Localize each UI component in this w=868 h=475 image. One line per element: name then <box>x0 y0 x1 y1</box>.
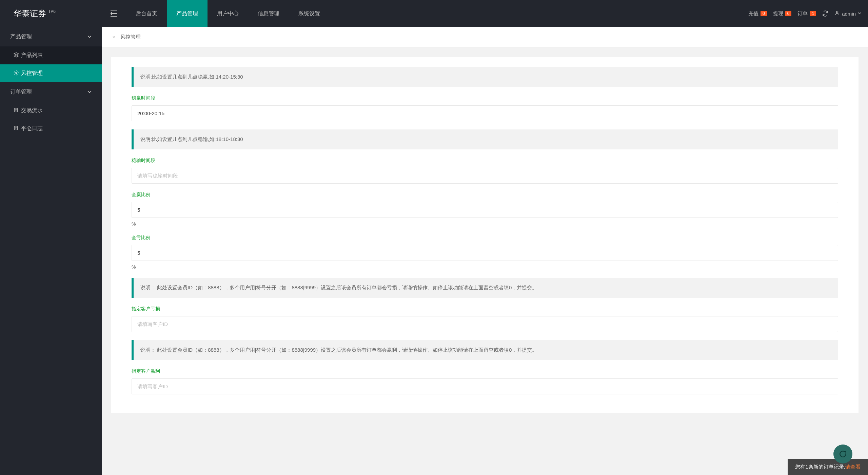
sidebar-item-product-list[interactable]: 产品列表 <box>0 46 102 64</box>
chevron-down-icon <box>858 11 861 16</box>
recharge-link[interactable]: 充值 0 <box>748 11 767 17</box>
recharge-badge: 0 <box>761 11 767 16</box>
top-nav: 后台首页 产品管理 用户中心 信息管理 系统设置 <box>126 0 330 27</box>
sidebar-collapse-icon[interactable] <box>102 11 126 17</box>
field-target-lose: 指定客户亏损 <box>132 306 838 332</box>
withdraw-badge: 0 <box>785 11 792 16</box>
note-lose-time: 说明:比如设置几点到几点稳输,如:18:10-18:30 <box>132 129 838 149</box>
order-badge: 1 <box>810 11 816 16</box>
chevron-down-icon <box>87 89 92 95</box>
main-content: » 风控管理 说明:比如设置几点到几点稳赢,如:14:20-15:30 稳赢时间… <box>102 27 868 475</box>
recharge-label: 充值 <box>748 11 758 17</box>
withdraw-label: 提现 <box>773 11 783 17</box>
sidebar-item-risk[interactable]: 风控管理 <box>0 64 102 82</box>
note-target-win: 说明： 此处设置会员ID（如：8888），多个用户用|符号分开（如：8888|9… <box>132 340 838 360</box>
suffix-percent: % <box>132 264 838 270</box>
document-icon <box>14 108 21 113</box>
sidebar-group-product-label: 产品管理 <box>10 33 32 40</box>
order-label: 订单 <box>797 11 808 17</box>
top-header: 华泰证券 TP6 后台首页 产品管理 用户中心 信息管理 系统设置 充值 0 提… <box>0 0 868 27</box>
layers-icon <box>14 52 21 59</box>
username: admin <box>842 11 856 17</box>
field-win-time: 稳赢时间段 <box>132 95 838 121</box>
input-target-lose[interactable] <box>132 316 838 332</box>
user-menu[interactable]: admin <box>834 10 861 17</box>
label-lose-time: 稳输时间段 <box>132 158 838 164</box>
breadcrumb: » 风控管理 <box>102 27 868 47</box>
field-target-win: 指定客户赢利 <box>132 368 838 394</box>
sidebar-group-order-label: 订单管理 <box>10 88 32 96</box>
note-target-lose: 说明： 此处设置会员ID（如：8888），多个用户用|符号分开（如：8888|9… <box>132 278 838 298</box>
input-win-time[interactable] <box>132 105 838 121</box>
sidebar: 产品管理 产品列表 风控管理 订单管理 交易流水 平仓日志 <box>0 27 102 475</box>
field-lose-time: 稳输时间段 <box>132 158 838 184</box>
app-name: 华泰证券 <box>14 8 46 19</box>
header-right: 充值 0 提现 0 订单 1 admin <box>748 10 868 17</box>
sidebar-item-label: 平仓日志 <box>21 125 43 132</box>
nav-info[interactable]: 信息管理 <box>248 0 289 27</box>
label-all-lose: 全亏比例 <box>132 235 838 241</box>
notification-link[interactable]: 请查看 <box>845 464 861 470</box>
withdraw-link[interactable]: 提现 0 <box>773 11 792 17</box>
gear-icon <box>14 70 21 77</box>
refresh-icon[interactable] <box>822 11 828 17</box>
sidebar-item-label: 产品列表 <box>21 52 43 59</box>
field-all-win: 全赢比例 % <box>132 192 838 227</box>
sidebar-group-product[interactable]: 产品管理 <box>0 27 102 46</box>
label-target-win: 指定客户赢利 <box>132 368 838 374</box>
label-target-lose: 指定客户亏损 <box>132 306 838 312</box>
form-panel: 说明:比如设置几点到几点稳赢,如:14:20-15:30 稳赢时间段 说明:比如… <box>111 57 859 413</box>
nav-system[interactable]: 系统设置 <box>289 0 330 27</box>
breadcrumb-page: 风控管理 <box>120 34 141 40</box>
app-version: TP6 <box>48 9 56 14</box>
breadcrumb-sep-icon: » <box>113 34 115 40</box>
sidebar-item-label: 风控管理 <box>21 70 43 77</box>
notification-text: 您有1条新的订单记录, <box>795 464 845 470</box>
logo: 华泰证券 TP6 <box>0 8 102 19</box>
input-lose-time[interactable] <box>132 168 838 184</box>
document-icon <box>14 126 21 131</box>
sidebar-item-close-log[interactable]: 平仓日志 <box>0 120 102 138</box>
nav-product[interactable]: 产品管理 <box>167 0 208 27</box>
user-icon <box>834 10 840 17</box>
sidebar-group-order[interactable]: 订单管理 <box>0 82 102 102</box>
nav-dashboard[interactable]: 后台首页 <box>126 0 167 27</box>
input-all-win[interactable] <box>132 202 838 218</box>
svg-point-1 <box>16 72 17 74</box>
sidebar-item-tx-flow[interactable]: 交易流水 <box>0 102 102 120</box>
nav-user[interactable]: 用户中心 <box>208 0 248 27</box>
suffix-percent: % <box>132 221 838 227</box>
note-win-time: 说明:比如设置几点到几点稳赢,如:14:20-15:30 <box>132 67 838 87</box>
chat-fab[interactable] <box>833 445 852 463</box>
input-target-win[interactable] <box>132 378 838 394</box>
chevron-down-icon <box>87 34 92 40</box>
order-link[interactable]: 订单 1 <box>797 11 816 17</box>
svg-point-0 <box>836 11 838 13</box>
field-all-lose: 全亏比例 % <box>132 235 838 270</box>
label-win-time: 稳赢时间段 <box>132 95 838 101</box>
input-all-lose[interactable] <box>132 245 838 261</box>
label-all-win: 全赢比例 <box>132 192 838 198</box>
speech-bubble-icon <box>839 450 847 458</box>
sidebar-item-label: 交易流水 <box>21 107 43 114</box>
notification-toast: 您有1条新的订单记录, 请查看 <box>788 459 868 475</box>
